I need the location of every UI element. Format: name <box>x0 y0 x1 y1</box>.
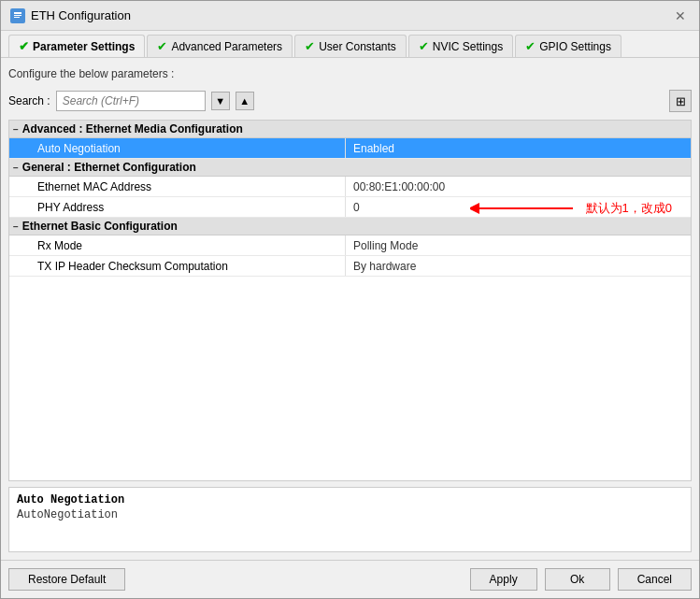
content-area: Configure the below parameters : Search … <box>1 58 699 560</box>
param-mac-address: Ethernet MAC Address <box>9 177 346 196</box>
params-table: − Advanced : Ethernet Media Configuratio… <box>8 120 692 481</box>
button-bar-right: Apply Ok Cancel <box>470 568 692 591</box>
restore-default-button[interactable]: Restore Default <box>8 568 125 591</box>
section-general-ethernet: − General : Ethernet Configuration <box>9 159 691 177</box>
tab-label: GPIO Settings <box>539 40 611 53</box>
tab-advanced-parameters[interactable]: ✔ Advanced Parameters <box>147 35 293 57</box>
search-bar: Search : ▼ ▲ ⊞ <box>8 88 692 114</box>
apply-button[interactable]: Apply <box>470 568 537 591</box>
check-icon: ✔ <box>19 39 29 53</box>
table-row[interactable]: TX IP Header Checksum Computation By har… <box>9 256 691 277</box>
grid-icon: ⊞ <box>676 94 686 108</box>
value-tx-checksum: By hardware <box>346 256 691 276</box>
section-toggle[interactable]: − <box>13 221 19 232</box>
configure-label: Configure the below parameters : <box>8 65 692 82</box>
check-icon: ✔ <box>157 39 167 53</box>
param-auto-negotiation: Auto Negotiation <box>9 138 346 158</box>
ok-button[interactable]: Ok <box>545 568 610 591</box>
svg-rect-2 <box>14 15 21 16</box>
title-bar: ETH Configuration ✕ <box>1 1 699 31</box>
info-description: AutoNegotiation <box>17 508 683 521</box>
search-input[interactable] <box>56 91 206 111</box>
table-row[interactable]: PHY Address 0 <box>9 197 691 218</box>
info-title: Auto Negotiation <box>17 493 683 506</box>
table-row[interactable]: Ethernet MAC Address 00:80:E1:00:00:00 <box>9 177 691 197</box>
section-label: General : Ethernet Configuration <box>22 161 196 174</box>
cancel-button[interactable]: Cancel <box>618 568 692 591</box>
section-label: Advanced : Ethernet Media Configuration <box>22 122 243 135</box>
value-rx-mode: Polling Mode <box>346 235 691 255</box>
section-label: Ethernet Basic Configuration <box>22 220 178 233</box>
section-advanced-ethernet: − Advanced : Ethernet Media Configuratio… <box>9 121 691 138</box>
tab-parameter-settings[interactable]: ✔ Parameter Settings <box>8 35 145 57</box>
tab-label: Advanced Parameters <box>171 40 282 53</box>
phy-address-container: PHY Address 0 默认为1，改成0 <box>9 197 691 218</box>
arrow-down-icon: ▼ <box>215 95 225 107</box>
value-mac-address: 00:80:E1:00:00:00 <box>346 177 691 196</box>
search-down-button[interactable]: ▼ <box>211 92 230 110</box>
section-ethernet-basic: − Ethernet Basic Configuration <box>9 218 691 235</box>
table-row[interactable]: Auto Negotiation Enabled <box>9 138 691 159</box>
tab-user-constants[interactable]: ✔ User Constants <box>294 35 407 57</box>
svg-rect-1 <box>14 12 21 14</box>
check-icon: ✔ <box>419 39 429 53</box>
title-bar-left: ETH Configuration <box>10 8 131 23</box>
eth-configuration-window: ETH Configuration ✕ ✔ Parameter Settings… <box>0 0 700 599</box>
search-up-button[interactable]: ▲ <box>236 92 254 110</box>
check-icon: ✔ <box>525 39 536 53</box>
tab-nvic-settings[interactable]: ✔ NVIC Settings <box>408 35 513 57</box>
tab-label: Parameter Settings <box>33 40 135 53</box>
button-bar: Restore Default Apply Ok Cancel <box>1 560 699 598</box>
window-icon <box>10 8 25 23</box>
table-row[interactable]: Rx Mode Polling Mode <box>9 235 691 256</box>
window-title: ETH Configuration <box>31 8 131 22</box>
table-spacer <box>9 277 691 426</box>
svg-rect-3 <box>14 17 20 18</box>
arrow-up-icon: ▲ <box>239 95 250 107</box>
value-auto-negotiation: Enabled <box>346 138 691 158</box>
tab-label: NVIC Settings <box>433 40 503 53</box>
tab-gpio-settings[interactable]: ✔ GPIO Settings <box>515 35 621 57</box>
bottom-info-panel: Auto Negotiation AutoNegotiation <box>8 487 692 552</box>
tab-bar: ✔ Parameter Settings ✔ Advanced Paramete… <box>1 31 699 58</box>
tab-label: User Constants <box>319 40 396 53</box>
section-toggle[interactable]: − <box>13 163 19 173</box>
param-rx-mode: Rx Mode <box>9 235 346 255</box>
close-button[interactable]: ✕ <box>671 7 690 25</box>
search-label: Search : <box>8 94 50 107</box>
value-phy-address: 0 <box>346 197 691 217</box>
grid-view-button[interactable]: ⊞ <box>669 90 692 112</box>
section-toggle[interactable]: − <box>13 124 19 135</box>
check-icon: ✔ <box>305 39 315 53</box>
param-tx-checksum: TX IP Header Checksum Computation <box>9 256 346 276</box>
param-phy-address: PHY Address <box>9 197 346 217</box>
